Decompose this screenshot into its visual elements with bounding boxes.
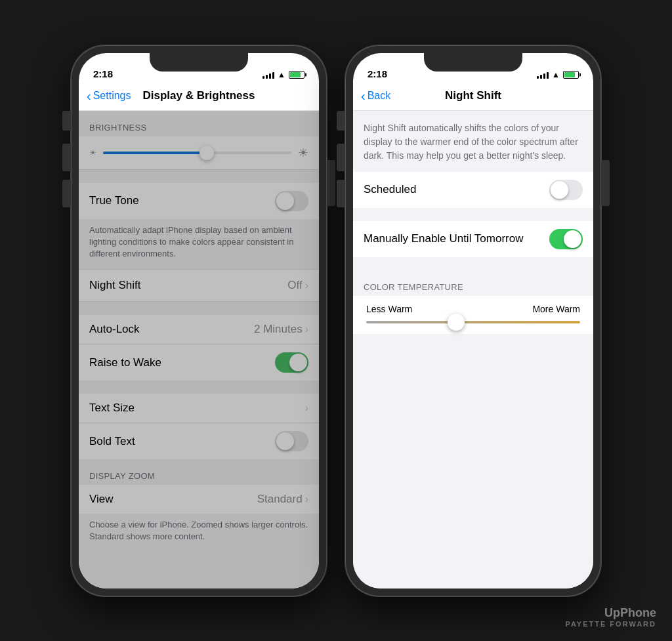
brightness-row[interactable]: ☀ ☀ xyxy=(79,136,319,170)
nav-title-left: Display & Brightness xyxy=(143,89,255,102)
true-tone-label: True Tone xyxy=(89,194,139,207)
color-temp-header: COLOR TEMPERATURE xyxy=(353,270,593,296)
nav-title-right: Night Shift xyxy=(445,89,501,102)
scheduled-row: Scheduled xyxy=(353,172,593,208)
brightness-fill xyxy=(103,152,207,154)
back-button-right[interactable]: ‹ Back xyxy=(361,89,390,102)
screen-content-left: BRIGHTNESS ☀ ☀ True Tone xyxy=(79,111,319,589)
view-label: View xyxy=(89,493,114,506)
back-button-left[interactable]: ‹ Settings xyxy=(87,89,131,102)
battery-fill-right xyxy=(564,72,575,77)
warm-labels: Less Warm More Warm xyxy=(364,304,583,314)
auto-lock-chevron: › xyxy=(305,323,308,335)
r-signal-bar-1 xyxy=(537,76,539,79)
scheduled-group: Scheduled xyxy=(353,172,593,208)
view-value: Standard › xyxy=(257,493,308,506)
manually-enable-thumb xyxy=(564,230,581,248)
right-volume-up[interactable] xyxy=(337,144,345,171)
night-shift-value: Off › xyxy=(287,279,308,292)
night-shift-label: Night Shift xyxy=(89,279,140,292)
view-row[interactable]: View Standard › xyxy=(79,485,319,514)
auto-lock-row[interactable]: Auto-Lock 2 Minutes › xyxy=(79,315,319,344)
text-size-row[interactable]: Text Size › xyxy=(79,394,319,423)
right-silent-switch xyxy=(337,111,345,131)
notch-right xyxy=(424,53,522,72)
true-tone-description: Automatically adapt iPhone display based… xyxy=(79,219,319,270)
brightness-header: BRIGHTNESS xyxy=(79,111,319,136)
brightness-thumb xyxy=(200,146,214,160)
raise-to-wake-toggle[interactable] xyxy=(275,352,308,373)
r-signal-bar-2 xyxy=(540,75,542,79)
night-shift-row[interactable]: Night Shift Off › xyxy=(79,269,319,302)
auto-lock-label: Auto-Lock xyxy=(89,323,140,336)
scheduled-label: Scheduled xyxy=(364,183,416,196)
scheduled-toggle[interactable] xyxy=(549,180,583,200)
auto-lock-text: 2 Minutes xyxy=(254,323,303,336)
time-left: 2:18 xyxy=(93,68,113,79)
signal-bar-3 xyxy=(269,73,271,79)
temp-slider-thumb xyxy=(448,314,465,331)
true-tone-group: True Tone xyxy=(79,183,319,219)
wifi-icon-right: ▲ xyxy=(552,70,560,79)
right-power-button[interactable] xyxy=(601,160,610,206)
wifi-icon-left: ▲ xyxy=(278,70,285,79)
brightness-group: ☀ ☀ xyxy=(79,136,319,170)
true-tone-thumb xyxy=(276,192,294,210)
bold-text-label: Bold Text xyxy=(89,435,135,448)
battery-icon-right xyxy=(563,71,579,79)
text-size-label: Text Size xyxy=(89,402,135,415)
view-description: Choose a view for iPhone. Zoomed shows l… xyxy=(79,514,319,552)
volume-up-button[interactable] xyxy=(62,144,71,171)
status-icons-right: ▲ xyxy=(537,70,579,79)
battery-fill-left xyxy=(290,72,301,77)
view-chevron: › xyxy=(305,493,308,505)
right-phone: 2:18 ▲ ‹ Bac xyxy=(345,45,601,596)
back-label-right: Back xyxy=(368,90,391,102)
manually-enable-toggle[interactable] xyxy=(549,229,583,249)
temp-slider[interactable] xyxy=(366,321,580,323)
notch xyxy=(150,53,248,72)
right-volume-down[interactable] xyxy=(337,180,345,207)
brightness-slider[interactable] xyxy=(103,152,291,154)
back-label-left: Settings xyxy=(93,90,131,102)
right-screen: 2:18 ▲ ‹ Bac xyxy=(353,53,593,589)
less-warm-label: Less Warm xyxy=(366,304,412,314)
text-group: Text Size › Bold Text xyxy=(79,394,319,459)
manually-enable-label: Manually Enable Until Tomorrow xyxy=(364,232,523,245)
view-text: Standard xyxy=(257,493,303,506)
night-shift-chevron: › xyxy=(305,279,308,291)
left-phone: 2:18 ▲ ‹ Set xyxy=(71,45,327,596)
brightness-low-icon: ☀ xyxy=(89,148,96,157)
signal-bar-2 xyxy=(266,75,268,79)
raise-to-wake-label: Raise to Wake xyxy=(89,356,161,369)
nav-bar-left: ‹ Settings Display & Brightness xyxy=(79,82,319,111)
watermark: UpPhone PAYETTE FORWARD xyxy=(565,606,656,628)
signal-bars-left xyxy=(262,71,274,79)
silent-switch xyxy=(62,111,71,131)
color-temp-content: Less Warm More Warm xyxy=(353,296,593,334)
bold-text-toggle[interactable] xyxy=(275,431,308,451)
raise-to-wake-thumb xyxy=(289,354,307,371)
night-shift-off-text: Off xyxy=(287,279,302,292)
volume-down-button[interactable] xyxy=(62,180,71,207)
bold-text-row: Bold Text xyxy=(79,423,319,459)
watermark-line2: PAYETTE FORWARD xyxy=(565,620,656,628)
text-size-chevron: › xyxy=(305,402,308,414)
true-tone-toggle[interactable] xyxy=(275,191,308,211)
r-signal-bar-4 xyxy=(547,72,549,79)
nav-bar-right: ‹ Back Night Shift xyxy=(353,82,593,111)
signal-bar-4 xyxy=(272,72,274,79)
watermark-line1: UpPhone xyxy=(565,606,656,620)
auto-lock-value: 2 Minutes › xyxy=(254,323,308,336)
manually-enable-group: Manually Enable Until Tomorrow xyxy=(353,221,593,257)
raise-to-wake-row: Raise to Wake xyxy=(79,344,319,381)
r-signal-bar-3 xyxy=(543,73,545,79)
more-warm-label: More Warm xyxy=(532,304,580,314)
true-tone-row: True Tone xyxy=(79,183,319,219)
manually-enable-row: Manually Enable Until Tomorrow xyxy=(353,221,593,257)
time-right: 2:18 xyxy=(368,68,387,79)
night-shift-description: Night Shift automatically shifts the col… xyxy=(353,111,593,172)
power-button[interactable] xyxy=(327,160,335,206)
left-screen: 2:18 ▲ ‹ Set xyxy=(79,53,319,589)
lock-group: Auto-Lock 2 Minutes › Raise to Wake xyxy=(79,315,319,381)
